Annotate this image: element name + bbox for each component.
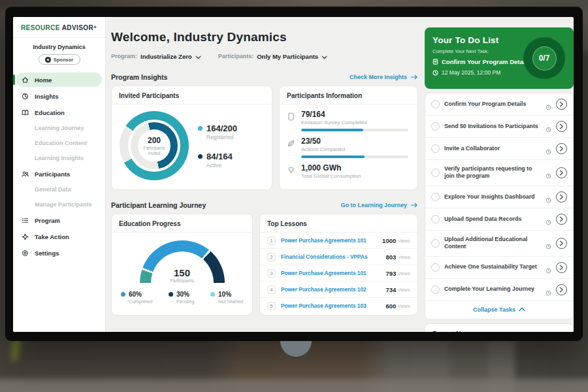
legend-dot xyxy=(169,292,173,297)
sidebar-item-program[interactable]: Program xyxy=(16,213,102,227)
page-title: Welcome, Industry Dynamics xyxy=(111,30,418,44)
collapse-label: Collapse Tasks xyxy=(473,306,515,313)
lesson-link[interactable]: Power Purchase Agreements 101 xyxy=(281,237,382,244)
card-title: Education Progress xyxy=(112,214,252,233)
task-label: Upload Spend Data Records xyxy=(444,216,541,223)
task-label: Confirm Your Program Details xyxy=(444,101,541,108)
clock-icon xyxy=(546,287,551,293)
lesson-row: 2 Financial Considerations - VPPAs 803 v… xyxy=(260,249,417,265)
sidebar-item-education[interactable]: Education xyxy=(16,105,102,120)
legend-dot xyxy=(210,292,215,297)
task-checkbox[interactable] xyxy=(431,122,440,131)
sidebar-item-learning-insights[interactable]: Learning Insights xyxy=(16,152,102,165)
sidebar-item-education-content[interactable]: Education Content xyxy=(16,137,102,150)
sidebar-item-manage-participants[interactable]: Manage Participants xyxy=(16,198,102,211)
filter-bar: Program: Industrialize Zero Participants… xyxy=(111,50,418,62)
book-icon xyxy=(21,108,29,117)
sidebar-item-participants[interactable]: Participants xyxy=(16,167,102,181)
task-checkbox[interactable] xyxy=(431,263,440,272)
lesson-link[interactable]: Power Purchase Agreements 102 xyxy=(281,286,385,293)
go-to-learning-journey-link[interactable]: Go to Learning Journey xyxy=(340,202,418,208)
card-title: Invited Participants xyxy=(112,86,272,105)
legend-item-not-started: 10% Not Started xyxy=(210,291,243,304)
task-open-button[interactable] xyxy=(556,214,567,225)
invited-participants-card: Invited Participants 200 Participants In… xyxy=(111,86,272,190)
lesson-views: 600 xyxy=(385,302,396,310)
arrow-right-icon xyxy=(410,74,418,80)
task-row-send-invitations[interactable]: Send 50 Invitations to Participants xyxy=(425,116,573,138)
task-checkbox[interactable] xyxy=(431,215,440,223)
chevron-down-icon xyxy=(195,50,201,62)
sponsor-icon xyxy=(45,57,51,63)
task-row-achieve-target[interactable]: Achieve One Sustainability Target xyxy=(425,257,573,279)
bulb-icon xyxy=(286,165,296,175)
task-open-button[interactable] xyxy=(556,143,567,154)
task-open-button[interactable] xyxy=(556,99,567,110)
lesson-link[interactable]: Power Purchase Agreements 103 xyxy=(281,302,385,309)
program-select[interactable]: Program: Industrialize Zero xyxy=(111,50,201,62)
task-checkbox[interactable] xyxy=(431,193,440,201)
survey-icon xyxy=(286,112,296,122)
lesson-rank: 1 xyxy=(267,237,276,245)
task-open-button[interactable] xyxy=(556,238,567,249)
task-row-complete-learning-journey[interactable]: Complete Your Learning Journey xyxy=(425,279,573,301)
task-checkbox[interactable] xyxy=(431,239,440,248)
participants-select-value: Only My Participants xyxy=(257,53,318,60)
lesson-row: 1 Power Purchase Agreements 101 1000 vie… xyxy=(260,233,417,249)
task-row-invite-collaborator[interactable]: Invite a Collaborator xyxy=(425,138,573,160)
participants-information-card: Participants Information 79/164 Emission… xyxy=(279,86,418,190)
sidebar-item-home[interactable]: Home xyxy=(16,73,102,87)
task-open-button[interactable] xyxy=(556,121,567,132)
desk-surface xyxy=(0,379,588,392)
insights-cards-row: Invited Participants 200 Participants In… xyxy=(111,86,418,190)
section-title: Participant Learning Journey xyxy=(111,201,206,209)
task-open-button[interactable] xyxy=(556,167,567,178)
clock-icon xyxy=(546,194,551,200)
sidebar-item-settings[interactable]: Settings xyxy=(16,246,102,260)
task-open-button[interactable] xyxy=(556,262,567,273)
sidebar-item-general-data[interactable]: General Data xyxy=(16,183,102,196)
sidebar-item-learning-journey[interactable]: Learning Journey xyxy=(16,122,102,135)
program-insights-header: Program Insights Check More Insights xyxy=(111,73,418,81)
task-row-upload-spend-data[interactable]: Upload Spend Data Records xyxy=(425,208,573,231)
sidebar-nav: Home Insights Education Learning Journey xyxy=(13,73,105,260)
info-value: 1,000 GWh xyxy=(301,163,361,172)
legend-item-registered: 164/200 Registered xyxy=(198,123,237,140)
chevron-up-icon xyxy=(519,307,525,312)
task-checkbox[interactable] xyxy=(431,169,440,177)
sidebar-item-take-action[interactable]: Take Action xyxy=(16,229,102,244)
sidebar-item-insights[interactable]: Insights xyxy=(16,89,102,103)
lesson-link[interactable]: Financial Considerations - VPPAs xyxy=(281,253,385,260)
home-icon xyxy=(21,76,29,84)
views-suffix: views xyxy=(398,254,410,260)
sidebar-item-label: Learning Journey xyxy=(35,125,84,131)
check-more-insights-link[interactable]: Check More Insights xyxy=(350,74,418,80)
lesson-rank: 5 xyxy=(267,302,276,310)
org-name: Industry Dynamics xyxy=(13,44,105,50)
task-checkbox[interactable] xyxy=(431,100,440,108)
participants-select[interactable]: Participants: Only My Participants xyxy=(218,50,328,62)
brand-plus: + xyxy=(93,24,97,30)
gauge-value: 150 xyxy=(140,267,225,278)
collapse-tasks-link[interactable]: Collapse Tasks xyxy=(425,301,573,319)
clock-icon xyxy=(546,123,551,129)
brand-logo: RESOURCE ADVISOR+ xyxy=(13,17,105,38)
task-row-verify-participants[interactable]: Verify participants requesting to join t… xyxy=(425,160,573,186)
task-row-upload-educational-content[interactable]: Upload Additional Educational Content xyxy=(425,231,573,257)
sidebar-item-label: Education xyxy=(35,109,65,116)
donut-center: 200 Participants Invited xyxy=(138,129,171,162)
task-open-button[interactable] xyxy=(556,191,567,203)
task-row-explore-insights[interactable]: Explore Your Insights Dashboard xyxy=(425,186,573,208)
task-row-confirm-program[interactable]: Confirm Your Program Details xyxy=(425,93,573,116)
legend-value: 60% xyxy=(129,291,152,298)
task-checkbox[interactable] xyxy=(431,286,440,294)
task-checkbox[interactable] xyxy=(431,144,440,153)
views-suffix: views xyxy=(398,303,410,309)
participants-select-label: Participants: xyxy=(218,53,254,59)
sponsor-label: Sponsor xyxy=(54,57,73,63)
sidebar-item-label: Insights xyxy=(35,93,58,100)
task-open-button[interactable] xyxy=(556,284,567,295)
info-value: 23/50 xyxy=(301,137,345,146)
lesson-link[interactable]: Power Purchase Agreements 101 xyxy=(281,270,385,276)
info-label: Total Global Consumption xyxy=(301,173,361,179)
